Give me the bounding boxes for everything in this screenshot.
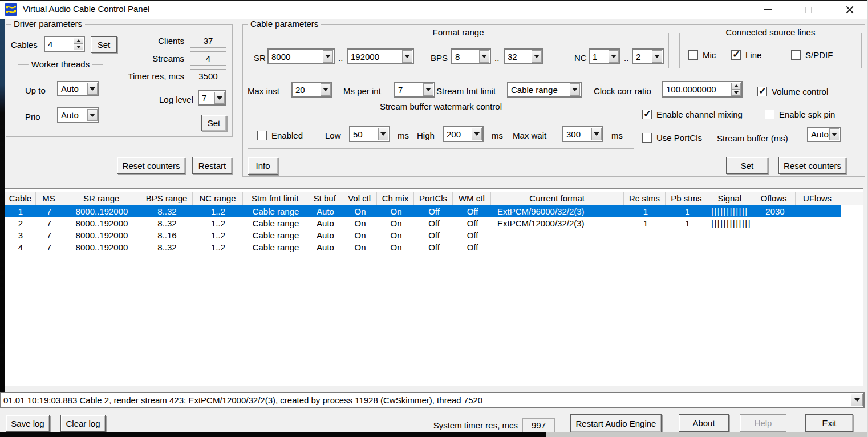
- table-cell: [492, 241, 624, 253]
- stream-buffer-dropdown[interactable]: Auto: [807, 127, 841, 142]
- spin-up-button[interactable]: [731, 83, 741, 90]
- nc-from-dropdown[interactable]: 1: [589, 48, 620, 64]
- spin-down-button[interactable]: [74, 44, 83, 50]
- table-row[interactable]: 478000..1920008..321..2Cable rangeAutoOn…: [5, 241, 841, 253]
- log-line-combobox[interactable]: 01.01 10:19:03.883 Cable 2, render strea…: [0, 392, 865, 408]
- desktop-edge-bottom: [0, 432, 546, 437]
- column-header[interactable]: Current format: [491, 192, 624, 205]
- cables-spinner[interactable]: 4: [44, 36, 85, 52]
- spin-down-button[interactable]: [731, 90, 741, 96]
- close-button[interactable]: [836, 1, 863, 18]
- use-portcls-checkbox[interactable]: [642, 133, 652, 143]
- column-header[interactable]: Oflows: [752, 192, 796, 205]
- column-header[interactable]: Stm fmt limit: [243, 192, 307, 205]
- watermark-high-dropdown[interactable]: 200: [443, 126, 484, 142]
- use-portcls-checkbox-label[interactable]: Use PortCls: [656, 132, 702, 144]
- volume-control-checkbox[interactable]: ✓: [757, 87, 767, 96]
- driver-set-button[interactable]: Set: [91, 36, 117, 53]
- max-inst-dropdown[interactable]: 20: [291, 82, 332, 98]
- dropdown-button[interactable]: [532, 50, 542, 63]
- watermark-enabled-checkbox[interactable]: [257, 131, 267, 140]
- ms-per-int-dropdown[interactable]: 7: [394, 82, 435, 98]
- table-row[interactable]: 378000..1920008..161..2Cable rangeAutoOn…: [5, 229, 841, 241]
- column-header[interactable]: Vol ctl: [342, 192, 377, 205]
- column-header[interactable]: Signal: [707, 192, 752, 205]
- dropdown-button[interactable]: [591, 128, 602, 140]
- dropdown-button[interactable]: [378, 128, 388, 140]
- nc-to-dropdown[interactable]: 2: [632, 48, 664, 64]
- format-range-group: Format range SR 8000 .. 192000 BPS 8 .. …: [248, 33, 669, 68]
- column-header[interactable]: BPS range: [141, 192, 193, 205]
- prio-dropdown[interactable]: Auto: [57, 107, 99, 123]
- about-button[interactable]: About: [679, 414, 729, 432]
- driver-reset-counters-button[interactable]: Reset counters: [117, 157, 185, 174]
- dropdown-button[interactable]: [402, 50, 412, 63]
- dropdown-button[interactable]: [423, 83, 433, 96]
- cable-reset-counters-button[interactable]: Reset counters: [778, 157, 846, 174]
- chevron-down-icon: [832, 133, 837, 136]
- spin-up-button[interactable]: [74, 38, 83, 44]
- clear-log-button[interactable]: Clear log: [60, 415, 106, 432]
- column-header[interactable]: Rc stms: [624, 192, 666, 205]
- volume-control-checkbox-label[interactable]: Volume control: [772, 86, 828, 98]
- column-header[interactable]: St buf: [307, 192, 342, 205]
- spdif-checkbox[interactable]: [791, 50, 801, 60]
- watermark-low-dropdown[interactable]: 50: [349, 126, 390, 142]
- bps-from-dropdown[interactable]: 8: [451, 48, 491, 64]
- dropdown-button[interactable]: [829, 128, 839, 140]
- table-cell: 8000..192000: [62, 217, 141, 229]
- clock-corr-ratio-spinner[interactable]: 100.0000000: [662, 81, 743, 98]
- line-checkbox-label[interactable]: Line: [745, 50, 761, 61]
- watermark-enabled-checkbox-label[interactable]: Enabled: [271, 130, 303, 141]
- driver-parameters-group-label: Driver parameters: [11, 19, 85, 29]
- column-header[interactable]: MS: [36, 192, 62, 205]
- save-log-button[interactable]: Save log: [6, 415, 50, 432]
- table-cell: ||||||||||||: [708, 205, 753, 217]
- column-header[interactable]: SR range: [62, 192, 141, 205]
- driver-set-button-2[interactable]: Set: [201, 115, 226, 131]
- up-to-dropdown[interactable]: Auto: [57, 81, 99, 96]
- exit-button[interactable]: Exit: [805, 414, 853, 432]
- info-button[interactable]: Info: [248, 157, 278, 175]
- table-row[interactable]: 278000..1920008..321..2Cable rangeAutoOn…: [5, 217, 841, 229]
- dropdown-button[interactable]: [652, 50, 662, 63]
- column-header[interactable]: PortCls: [414, 192, 453, 205]
- column-header[interactable]: Pb stms: [666, 192, 707, 205]
- enable-spk-pin-checkbox[interactable]: [765, 110, 774, 119]
- column-header[interactable]: WM ctl: [453, 192, 491, 205]
- spdif-checkbox-label[interactable]: S/PDIF: [805, 50, 833, 61]
- driver-restart-button[interactable]: Restart: [192, 157, 232, 174]
- mic-checkbox[interactable]: [688, 50, 698, 60]
- column-header[interactable]: NC range: [193, 192, 244, 205]
- restart-audio-engine-button[interactable]: Restart Audio Engine: [570, 414, 662, 432]
- line-checkbox[interactable]: ✓: [731, 50, 741, 60]
- table-row[interactable]: 178000..1920008..321..2Cable rangeAutoOn…: [5, 205, 841, 217]
- up-arrow-icon: [734, 84, 739, 87]
- dropdown-button[interactable]: [87, 109, 98, 121]
- bps-to-dropdown[interactable]: 32: [504, 48, 543, 64]
- dropdown-button[interactable]: [472, 128, 482, 140]
- watermark-max-wait-dropdown[interactable]: 300: [562, 126, 603, 142]
- mic-checkbox-label[interactable]: Mic: [703, 50, 716, 61]
- minimize-button[interactable]: [755, 1, 781, 18]
- dropdown-button[interactable]: [323, 50, 333, 63]
- dropdown-button[interactable]: [479, 50, 489, 63]
- column-header[interactable]: UFlows: [796, 192, 839, 205]
- up-to-label: Up to: [25, 85, 46, 96]
- dropdown-button[interactable]: [570, 83, 580, 96]
- dropdown-button[interactable]: [214, 92, 225, 104]
- column-header[interactable]: Ch mix: [377, 192, 414, 205]
- sr-from-dropdown[interactable]: 8000: [267, 48, 335, 64]
- dropdown-button[interactable]: [609, 50, 619, 63]
- stream-fmt-limit-dropdown[interactable]: Cable range: [507, 82, 582, 98]
- log-dropdown-button[interactable]: [851, 394, 863, 406]
- log-level-dropdown[interactable]: 7: [198, 90, 226, 106]
- cable-set-button[interactable]: Set: [726, 157, 768, 174]
- enable-spk-pin-checkbox-label[interactable]: Enable spk pin: [779, 109, 835, 120]
- column-header[interactable]: Cable: [5, 192, 36, 205]
- enable-channel-mixing-checkbox[interactable]: ✓: [642, 110, 652, 119]
- dropdown-button[interactable]: [87, 83, 98, 95]
- enable-channel-mixing-checkbox-label[interactable]: Enable channel mixing: [656, 109, 743, 120]
- sr-to-dropdown[interactable]: 192000: [347, 48, 414, 64]
- dropdown-button[interactable]: [321, 83, 331, 96]
